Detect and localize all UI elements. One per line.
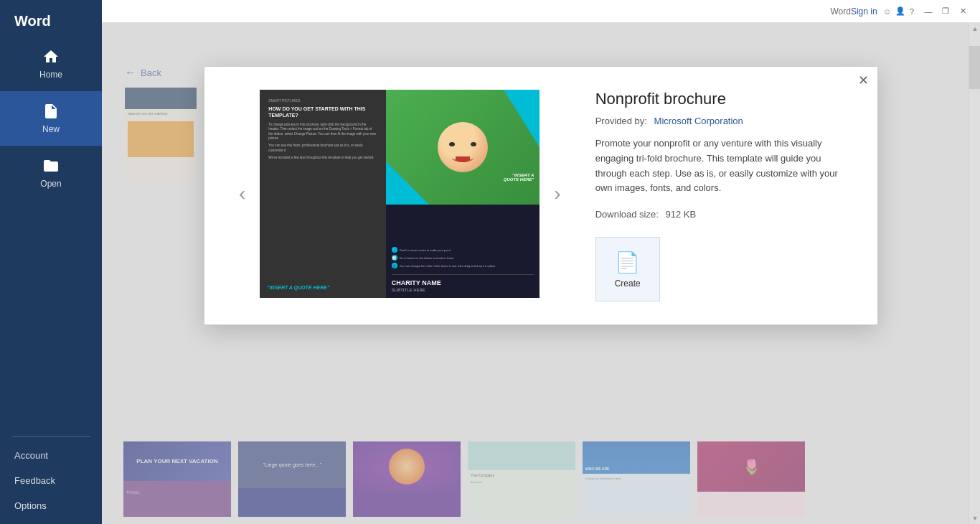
minimize-button[interactable]: — [920, 3, 937, 20]
modal-template-title: Nonprofit brochure [595, 90, 849, 108]
titlebar-app-name: Word [830, 6, 850, 17]
modal-preview-section: ‹ SMART PICTURES HOW DO YOU GET STARTED … [233, 90, 567, 298]
brochure-left-panel: SMART PICTURES HOW DO YOU GET STARTED WI… [260, 90, 386, 298]
modal-close-button[interactable]: ✕ [858, 74, 869, 87]
icon-3: 👤 [392, 263, 397, 268]
modal-next-button[interactable]: › [548, 179, 566, 208]
modal-download-info: Download size: 912 KB [595, 209, 849, 220]
modal-overlay: ✕ ‹ SMART PICTURES HOW DO YOU GET STARTE… [102, 23, 980, 524]
sidebar-item-new[interactable]: New [0, 91, 102, 146]
main-area: Word Sign in ☺ 👤 ? — ❐ ✕ ← Back HOW DO Y… [102, 0, 980, 524]
titlebar: Word Sign in ☺ 👤 ? — ❐ ✕ [102, 0, 980, 23]
sidebar-item-options[interactable]: Options [0, 493, 102, 518]
brochure-preview: SMART PICTURES HOW DO YOU GET STARTED WI… [260, 90, 540, 298]
brochure-text2: You can use this fresh, professional bro… [268, 144, 377, 153]
brochure-right-panel: 🔷 Touch to insert notes to make your poi… [386, 90, 540, 298]
create-button[interactable]: 📄 Create [595, 237, 660, 301]
sidebar-nav: Home New Open [0, 37, 102, 431]
sidebar-item-home[interactable]: Home [0, 37, 102, 91]
charity-subtitle: SUBTITLE HERE [392, 288, 534, 292]
sidebar-divider [11, 436, 90, 437]
sidebar-item-open-label: Open [40, 179, 61, 189]
quote-right: "INSERT AQUOTE HERE" [504, 173, 534, 182]
titlebar-right: Sign in ☺ 👤 ? — ❐ ✕ [851, 3, 971, 20]
brochure-text3: We've included a few tips throughout thi… [268, 156, 377, 160]
brochure-photo [386, 90, 540, 205]
sign-in-button[interactable]: Sign in [851, 6, 877, 17]
create-icon: 📄 [615, 251, 640, 274]
sidebar: Word Home New Open Account Feedback Opti… [0, 0, 102, 524]
teal-triangle-top [504, 90, 540, 147]
charity-info: CHARITY NAME SUBTITLE HERE [392, 274, 534, 292]
create-label: Create [615, 279, 641, 289]
teal-triangle-bottom [386, 162, 429, 205]
icon-row-3: 👤 You can change the order of the items … [392, 263, 534, 268]
smiley-icon: ☺ [883, 7, 891, 16]
restore-button[interactable]: ❐ [937, 3, 954, 20]
sidebar-item-home-label: Home [39, 70, 62, 80]
modal-body: ‹ SMART PICTURES HOW DO YOU GET STARTED … [204, 67, 877, 324]
smart-pictures-label: SMART PICTURES [268, 98, 377, 103]
modal-description: Promote your nonprofit or any venture wi… [595, 136, 849, 196]
icon-row-1: 🔷 Touch to insert notes to make your poi… [392, 247, 534, 253]
sidebar-item-feedback[interactable]: Feedback [0, 468, 102, 493]
brochure-quote-bottom: "INSERT A QUOTE HERE" [267, 284, 329, 291]
brochure-bottom: 🔷 Touch to insert notes to make your poi… [386, 205, 540, 299]
home-icon [42, 48, 60, 65]
icon-2: 📊 [392, 255, 397, 261]
sidebar-item-new-label: New [42, 124, 60, 134]
modal-provider-row: Provided by: Microsoft Corporation [595, 116, 849, 126]
sidebar-bottom: Account Feedback Options [0, 443, 102, 524]
charity-name: CHARITY NAME [392, 279, 534, 288]
sidebar-item-open[interactable]: Open [0, 146, 102, 200]
modal-prev-button[interactable]: ‹ [233, 179, 251, 208]
modal-info-panel: Nonprofit brochure Provided by: Microsof… [595, 90, 849, 301]
modal-provider-link[interactable]: Microsoft Corporation [654, 116, 743, 126]
open-icon [42, 157, 60, 174]
help-icon: ? [910, 7, 914, 16]
brochure-icons: 🔷 Touch to insert notes to make your poi… [392, 247, 534, 268]
close-button[interactable]: ✕ [954, 3, 971, 20]
new-icon [42, 103, 60, 120]
template-detail-modal: ✕ ‹ SMART PICTURES HOW DO YOU GET STARTE… [204, 66, 878, 325]
brochure-text1: To change pictures in this brochure, rig… [268, 123, 377, 141]
icon-row-2: 📊 Go to Insert on the ribbon and select … [392, 255, 534, 261]
download-size: 912 KB [665, 209, 696, 220]
person-icon: 👤 [895, 6, 905, 16]
icon-1: 🔷 [392, 247, 397, 253]
app-title: Word [0, 0, 102, 37]
brochure-header: HOW DO YOU GET STARTED WITH THIS TEMPLAT… [268, 106, 377, 118]
sidebar-item-account[interactable]: Account [0, 443, 102, 468]
